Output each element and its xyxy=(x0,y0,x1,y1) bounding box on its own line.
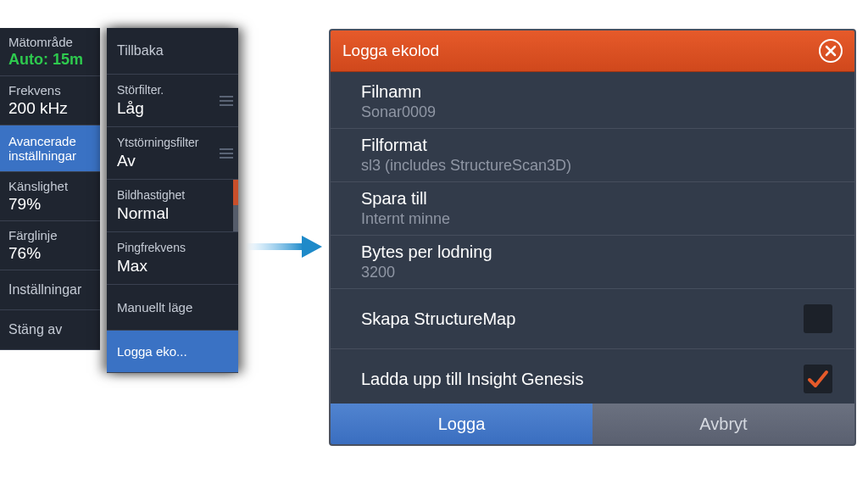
surface-label: Ytstörningsfilter xyxy=(117,136,228,149)
sensitivity-label: Känslighet xyxy=(8,179,92,193)
colorline-value: 76% xyxy=(8,244,92,263)
upload-checkbox[interactable] xyxy=(804,365,832,393)
saveto-label: Spara till xyxy=(361,189,450,209)
manual-label: Manuellt läge xyxy=(117,300,192,315)
menu-frequency[interactable]: Frekvens 200 kHz xyxy=(0,76,100,125)
frequency-label: Frekvens xyxy=(8,83,92,97)
ping-label: Pingfrekvens xyxy=(117,241,228,254)
noise-value: Låg xyxy=(117,99,228,118)
submenu-surface[interactable]: Ytstörningsfilter Av xyxy=(107,127,238,180)
menu-advanced[interactable]: Avancerade inställningar xyxy=(0,125,100,172)
hamburger-icon xyxy=(220,148,233,159)
secondary-menu: Tillbaka Störfilter. Låg Ytstörningsfilt… xyxy=(107,28,238,373)
saveto-value: Internt minne xyxy=(361,210,450,228)
svg-marker-1 xyxy=(302,236,322,258)
scroll-label: Bildhastighet xyxy=(117,188,228,202)
close-icon xyxy=(825,45,837,57)
format-value: sl3 (includes StructureScan3D) xyxy=(361,157,571,175)
scroll-indicator-orange xyxy=(233,180,238,205)
row-structuremap[interactable]: Skapa StructureMap xyxy=(331,289,854,349)
advanced-label: Avancerade inställningar xyxy=(8,134,76,163)
menu-settings[interactable]: Inställningar xyxy=(0,270,100,310)
primary-menu: Mätområde Auto: 15m Frekvens 200 kHz Ava… xyxy=(0,28,100,350)
log-label: Logga eko... xyxy=(117,344,187,359)
range-label: Mätområde xyxy=(8,35,92,49)
upload-label: Ladda upp till Insight Genesis xyxy=(361,370,583,389)
dialog-title: Logga ekolod xyxy=(342,42,439,60)
row-saveto[interactable]: Spara till Internt minne xyxy=(331,182,854,236)
check-icon xyxy=(807,370,829,388)
row-bytes[interactable]: Bytes per lodning 3200 xyxy=(331,236,854,289)
frequency-value: 200 kHz xyxy=(8,99,92,118)
close-button[interactable] xyxy=(819,39,843,63)
row-format[interactable]: Filformat sl3 (includes StructureScan3D) xyxy=(331,129,854,182)
submenu-manual[interactable]: Manuellt läge xyxy=(107,285,238,331)
scroll-indicator-gray xyxy=(233,205,238,231)
menu-range[interactable]: Mätområde Auto: 15m xyxy=(0,28,100,76)
row-upload[interactable]: Ladda upp till Insight Genesis xyxy=(331,349,854,404)
svg-rect-0 xyxy=(246,243,303,250)
colorline-label: Färglinje xyxy=(8,228,92,242)
log-sonar-dialog: Logga ekolod Filnamn Sonar0009 Filformat… xyxy=(329,29,856,446)
sensitivity-value: 79% xyxy=(8,195,92,214)
hamburger-icon xyxy=(220,96,233,106)
settings-label: Inställningar xyxy=(8,282,81,297)
scroll-value: Normal xyxy=(117,204,228,223)
surface-value: Av xyxy=(117,152,228,170)
submenu-scroll[interactable]: Bildhastighet Normal xyxy=(107,180,238,232)
log-button[interactable]: Logga xyxy=(331,404,593,444)
cancel-button[interactable]: Avbryt xyxy=(593,404,854,444)
menu-sensitivity[interactable]: Känslighet 79% xyxy=(0,172,100,221)
structuremap-checkbox[interactable] xyxy=(804,304,832,333)
submenu-noise[interactable]: Störfilter. Låg xyxy=(107,75,238,127)
format-label: Filformat xyxy=(361,136,571,155)
stop-label: Stäng av xyxy=(8,322,62,337)
menu-stop[interactable]: Stäng av xyxy=(0,310,100,350)
filename-value: Sonar0009 xyxy=(361,103,436,121)
bytes-label: Bytes per lodning xyxy=(361,242,492,262)
noise-label: Störfilter. xyxy=(117,83,228,97)
range-value: Auto: 15m xyxy=(8,51,92,69)
dialog-header: Logga ekolod xyxy=(331,31,854,72)
submenu-ping[interactable]: Pingfrekvens Max xyxy=(107,232,238,285)
ping-value: Max xyxy=(117,257,228,276)
dialog-footer: Logga Avbryt xyxy=(331,404,854,444)
submenu-back[interactable]: Tillbaka xyxy=(107,28,238,75)
row-filename[interactable]: Filnamn Sonar0009 xyxy=(331,75,854,129)
back-label: Tillbaka xyxy=(117,43,164,58)
arrow-icon xyxy=(246,236,322,258)
structuremap-label: Skapa StructureMap xyxy=(361,309,515,329)
bytes-value: 3200 xyxy=(361,264,492,281)
filename-label: Filnamn xyxy=(361,82,436,102)
menu-colorline[interactable]: Färglinje 76% xyxy=(0,221,100,270)
dialog-body: Filnamn Sonar0009 Filformat sl3 (include… xyxy=(331,72,854,404)
submenu-log[interactable]: Logga eko... xyxy=(107,331,238,373)
